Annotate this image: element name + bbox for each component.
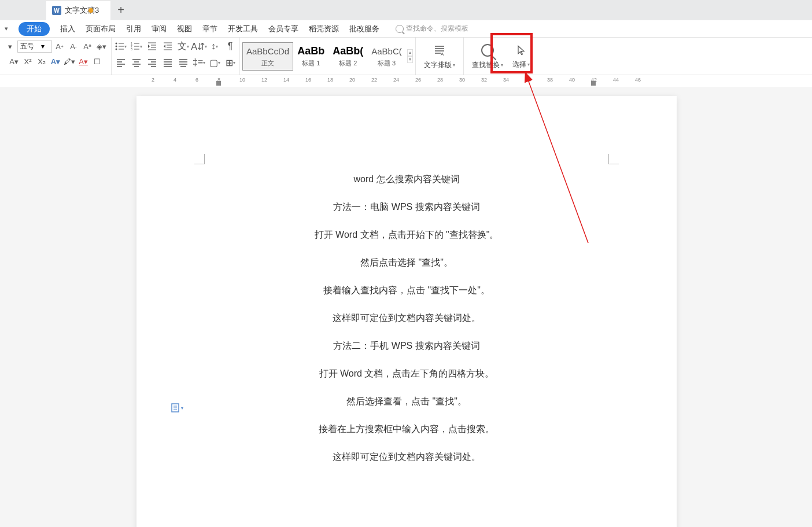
doc-line[interactable]: 接着输入查找内容，点击 "查找下一处"。 — [200, 277, 613, 304]
align-right-button[interactable] — [145, 56, 159, 69]
justify-button[interactable] — [161, 56, 175, 69]
svg-text:3: 3 — [131, 47, 132, 51]
ruler-number: 20 — [349, 77, 355, 83]
number-list-button[interactable]: 123▾ — [130, 40, 143, 53]
menu-references[interactable]: 引用 — [126, 24, 141, 34]
ruler-number: 26 — [415, 77, 421, 83]
doc-line[interactable]: 打开 Word 文档，点击开始下的 "查找替换"。 — [200, 221, 613, 249]
floating-format-tool[interactable]: ▾ — [171, 403, 183, 413]
magnifier-icon — [479, 42, 496, 58]
ruler-number: 16 — [305, 77, 311, 83]
style-heading2[interactable]: AaBb( 标题 2 — [329, 42, 367, 71]
style-body[interactable]: AaBbCcDd 正文 — [242, 42, 293, 71]
increase-font-button[interactable]: A+ — [53, 40, 66, 53]
doc-line[interactable]: 然后点击选择 "查找"。 — [200, 249, 613, 277]
pilcrow-button[interactable]: ¶ — [223, 40, 237, 53]
menu-bar: ▾ 开始 插入 页面布局 引用 审阅 视图 章节 开发工具 会员专享 稻壳资源 … — [0, 20, 812, 38]
shading-button[interactable]: ▢▾ — [208, 56, 222, 69]
font-size-selector[interactable]: 五号▾ — [17, 40, 52, 53]
document-tab[interactable]: W 文字文稿3 — [46, 0, 110, 20]
text-layout-button[interactable]: A 文字排版▾ — [419, 40, 460, 72]
ruler-number: 18 — [327, 77, 333, 83]
doc-line[interactable]: word 怎么搜索内容关键词 — [200, 165, 613, 193]
ruler-number: 28 — [437, 77, 443, 83]
highlight-button[interactable]: 🖍▾ — [63, 55, 76, 68]
ribbon-toolbar: ▾ 五号▾ A+ A- Aᵃ ◈▾ A▾ X² X₂ A▾ 🖍▾ A▾ ☐ ▾ … — [0, 38, 812, 75]
text-effects-button[interactable]: A▾ — [49, 55, 62, 68]
menu-page-layout[interactable]: 页面布局 — [86, 24, 116, 34]
svg-text:A: A — [441, 51, 444, 57]
decrease-indent-button[interactable] — [145, 40, 159, 53]
ruler-number: 10 — [239, 77, 245, 83]
menu-chapter[interactable]: 章节 — [202, 24, 217, 34]
style-down-icon[interactable]: ▾ — [407, 56, 413, 63]
subscript-button[interactable]: X₂ — [35, 55, 48, 68]
ruler-number: 32 — [481, 77, 487, 83]
margin-mark-tl — [194, 154, 205, 164]
menu-view[interactable]: 视图 — [177, 24, 192, 34]
asian-layout-button[interactable]: A⇵▾ — [192, 40, 206, 53]
align-center-button[interactable] — [130, 56, 143, 69]
add-tab-button[interactable]: + — [117, 3, 124, 17]
doc-line[interactable]: 方法一：电脑 WPS 搜索内容关键词 — [200, 193, 613, 221]
doc-line[interactable]: 方法二：手机 WPS 搜索内容关键词 — [200, 332, 613, 360]
doc-line[interactable]: 然后选择查看，点击 "查找"。 — [200, 388, 613, 415]
horizontal-ruler[interactable]: 2468101214161820222426283032343638404244… — [136, 75, 812, 87]
tab-title: 文字文稿3 — [65, 5, 99, 16]
document-page[interactable]: word 怎么搜索内容关键词 方法一：电脑 WPS 搜索内容关键词 打开 Wor… — [136, 96, 677, 527]
paragraph-group: ▾ 123▾ 文▾ A⇵▾ ↕▾ ¶ ‡≡▾ ▢▾ ⊞▾ — [112, 38, 240, 75]
font-format-dropdown[interactable]: A▾ — [8, 55, 20, 68]
tab-bar: W 文字文稿3 + — [0, 0, 812, 20]
ruler-number: 36 — [525, 77, 531, 83]
sort-button[interactable]: ↕▾ — [208, 40, 222, 53]
style-up-icon[interactable]: ▴ — [407, 49, 413, 56]
distribute-button[interactable] — [176, 56, 190, 69]
change-case-button[interactable]: Aᵃ — [81, 40, 94, 53]
style-gallery: AaBbCcDd 正文 AaBb 标题 1 AaBb( 标题 2 AaBbC( … — [240, 38, 416, 75]
ruler-number: 46 — [635, 77, 641, 83]
ruler-number: 12 — [261, 77, 267, 83]
ruler-right-marker[interactable] — [591, 81, 596, 86]
svg-point-0 — [116, 43, 117, 45]
doc-line[interactable]: 这样即可定位到文档内容关键词处。 — [200, 443, 613, 471]
svg-marker-13 — [148, 45, 150, 48]
ruler-number: 4 — [174, 77, 176, 83]
increase-indent-button[interactable] — [161, 40, 175, 53]
doc-line[interactable]: 这样即可定位到文档内容关键词处。 — [200, 304, 613, 332]
search-placeholder: 查找命令、搜索模板 — [406, 24, 468, 34]
decrease-font-button[interactable]: A- — [67, 40, 80, 53]
borders-button[interactable]: ⊞▾ — [223, 56, 237, 69]
ruler-number: 24 — [393, 77, 399, 83]
doc-line[interactable]: 打开 Word 文档，点击左下角的四格方块。 — [200, 360, 613, 388]
svg-point-4 — [116, 49, 117, 50]
font-color-button[interactable]: A▾ — [77, 55, 90, 68]
menu-devtools[interactable]: 开发工具 — [228, 24, 258, 34]
ruler-number: 34 — [503, 77, 509, 83]
doc-line[interactable]: 接着在上方搜索框中输入内容，点击搜索。 — [200, 415, 613, 443]
find-replace-button[interactable]: 查找替换▾ — [467, 40, 508, 72]
file-menu-dropdown[interactable]: ▾ — [5, 25, 8, 32]
bullet-list-button[interactable]: ▾ — [114, 40, 128, 53]
align-left-button[interactable] — [114, 56, 128, 69]
ruler-number: 14 — [283, 77, 289, 83]
line-spacing-button[interactable]: ‡≡▾ — [192, 56, 206, 69]
superscript-button[interactable]: X² — [21, 55, 34, 68]
ruler-indent-marker[interactable] — [216, 81, 221, 86]
font-name-dropdown[interactable]: ▾ — [3, 40, 16, 53]
menu-review[interactable]: 审阅 — [152, 24, 167, 34]
text-direction-button[interactable]: 文▾ — [176, 40, 190, 53]
command-search[interactable]: 查找命令、搜索模板 — [396, 24, 468, 34]
menu-member[interactable]: 会员专享 — [268, 24, 298, 34]
menu-grading[interactable]: 批改服务 — [349, 24, 379, 34]
menu-insert[interactable]: 插入 — [60, 24, 75, 34]
clear-format-button[interactable]: ◈▾ — [95, 40, 108, 53]
style-gallery-scroll[interactable]: ▴ ▾ — [407, 49, 413, 63]
menu-start[interactable]: 开始 — [19, 22, 50, 36]
select-button[interactable]: 选择▾ — [508, 40, 534, 72]
style-heading3[interactable]: AaBbC( 标题 3 — [367, 42, 406, 71]
ruler-number: 40 — [569, 77, 575, 83]
style-heading1[interactable]: AaBb 标题 1 — [293, 42, 329, 71]
menu-resources[interactable]: 稻壳资源 — [309, 24, 339, 34]
document-content[interactable]: word 怎么搜索内容关键词 方法一：电脑 WPS 搜索内容关键词 打开 Wor… — [200, 165, 613, 471]
char-shading-button[interactable]: ☐ — [91, 55, 104, 68]
